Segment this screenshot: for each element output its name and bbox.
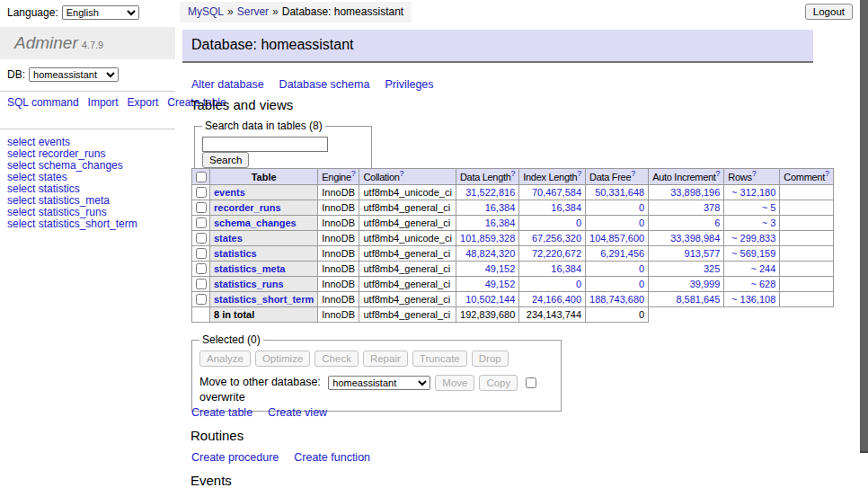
table-name-link[interactable]: statistics_meta xyxy=(214,263,286,274)
data-free-cell: 50,331,648 xyxy=(586,185,649,200)
sidebar-action-link-sql-command[interactable]: SQL command xyxy=(7,96,79,109)
comment-cell xyxy=(780,231,833,246)
bulk-button-optimize[interactable]: Optimize xyxy=(255,350,310,367)
row-checkbox[interactable] xyxy=(196,279,207,289)
nav-link-privileges[interactable]: Privileges xyxy=(385,78,433,91)
data-free-cell: 0 xyxy=(586,200,649,216)
overwrite-checkbox[interactable] xyxy=(526,377,536,388)
row-checkbox[interactable] xyxy=(196,217,207,228)
bulk-button-check[interactable]: Check xyxy=(314,350,359,367)
selected-fieldset: Selected (0) AnalyzeOptimizeCheckRepairT… xyxy=(191,333,562,412)
column-help-link[interactable]: ? xyxy=(752,169,757,178)
routine-link-create-function[interactable]: Create function xyxy=(294,451,370,464)
total-data-length-cell: 192,839,680 xyxy=(456,307,518,323)
table-name-cell: statistics_meta xyxy=(210,262,318,277)
column-label: Collation xyxy=(363,172,399,182)
move-db-select[interactable]: homeassistant xyxy=(328,376,430,390)
table-name-link[interactable]: statistics_short_term xyxy=(214,294,314,305)
section-heading-events: Events xyxy=(190,473,232,488)
table-body: eventsInnoDButf8mb4_unicode_ci31,522,816… xyxy=(192,185,834,307)
column-help: ? xyxy=(351,169,356,178)
bulk-action-buttons: AnalyzeOptimizeCheckRepairTruncateDrop xyxy=(199,350,554,367)
index-length-cell: 16,384 xyxy=(519,262,586,277)
create-links: Create tableCreate view xyxy=(191,406,342,419)
data-length-cell: 49,152 xyxy=(456,262,518,277)
data-free-cell: 0 xyxy=(586,216,649,231)
column-help-link[interactable]: ? xyxy=(716,169,721,178)
table-name-link[interactable]: statistics_runs xyxy=(214,279,284,289)
sidebar-divider xyxy=(0,129,175,129)
row-checkbox[interactable] xyxy=(196,233,207,244)
routine-link-create-procedure[interactable]: Create procedure xyxy=(191,451,279,464)
column-help-link[interactable]: ? xyxy=(400,169,404,178)
sidebar-table-link-select-statistics-short-term[interactable]: select statistics_short_term xyxy=(7,218,137,230)
breadcrumb-links: MySQL»Server» xyxy=(188,5,282,18)
table-row-statistics_short_term: statistics_short_termInnoDButf8mb4_gener… xyxy=(192,292,834,307)
move-button[interactable]: Move xyxy=(435,375,474,391)
bulk-button-repair[interactable]: Repair xyxy=(363,350,408,367)
column-help-link[interactable]: ? xyxy=(825,169,829,178)
table-name-cell: statistics xyxy=(210,246,318,262)
column-help: ? xyxy=(716,169,721,178)
page-title: Database: homeassistant xyxy=(182,30,813,63)
column-help-link[interactable]: ? xyxy=(631,169,635,178)
bulk-button-drop[interactable]: Drop xyxy=(472,350,509,367)
table-row-schema_changes: schema_changesInnoDButf8mb4_general_ci16… xyxy=(192,216,834,231)
table-row-statistics_meta: statistics_metaInnoDButf8mb4_general_ci4… xyxy=(192,262,834,277)
routines-links: Create procedureCreate function xyxy=(191,451,385,464)
nav-link-alter-database[interactable]: Alter database xyxy=(191,78,264,91)
sidebar-action-link-export[interactable]: Export xyxy=(128,96,159,109)
table-name-cell: recorder_runs xyxy=(210,200,318,216)
search-input[interactable] xyxy=(202,137,328,152)
column-help-link[interactable]: ? xyxy=(511,169,516,178)
row-checkbox[interactable] xyxy=(196,187,207,198)
rows-cell: ~ 244 xyxy=(724,262,780,277)
bulk-button-truncate[interactable]: Truncate xyxy=(412,350,467,367)
column-help: ? xyxy=(577,169,581,178)
db-row: DB:homeassistant xyxy=(7,67,119,82)
search-button[interactable]: Search xyxy=(202,152,249,168)
row-checkbox[interactable] xyxy=(196,248,207,259)
column-help-link[interactable]: ? xyxy=(351,169,356,178)
table-name-link[interactable]: states xyxy=(214,233,243,244)
table-name-link[interactable]: schema_changes xyxy=(214,217,297,228)
collation-cell: utf8mb4_unicode_ci xyxy=(359,185,456,200)
db-select[interactable]: homeassistant xyxy=(29,67,119,82)
index-length-cell: 16,384 xyxy=(519,200,586,216)
column-help: ? xyxy=(631,169,635,178)
move-buttons: MoveCopy xyxy=(435,376,522,388)
breadcrumb-link-server[interactable]: Server xyxy=(237,5,269,18)
table-name-link[interactable]: statistics xyxy=(214,248,257,259)
column-label: Auto Increment xyxy=(652,172,715,182)
language-select[interactable]: English xyxy=(62,5,139,20)
create-link-create-view[interactable]: Create view xyxy=(268,406,327,419)
selected-legend: Selected (0) xyxy=(199,333,263,346)
sidebar-action-link-import[interactable]: Import xyxy=(88,96,119,109)
logout-button[interactable]: Logout xyxy=(805,4,853,20)
bulk-button-analyze[interactable]: Analyze xyxy=(199,350,251,367)
table-row-recorder_runs: recorder_runsInnoDButf8mb4_general_ci16,… xyxy=(192,200,834,216)
table-name-link[interactable]: events xyxy=(214,187,245,198)
column-header-engine: Engine? xyxy=(318,169,359,185)
vertical-scrollbar[interactable] xyxy=(860,0,868,453)
row-checkbox[interactable] xyxy=(196,294,207,305)
copy-button[interactable]: Copy xyxy=(479,375,518,391)
table-name-cell: statistics_runs xyxy=(210,277,318,292)
row-checkbox[interactable] xyxy=(196,263,207,274)
breadcrumb-link-mysql[interactable]: MySQL xyxy=(188,5,224,18)
move-label: Move to other database: xyxy=(199,376,321,388)
column-help-link[interactable]: ? xyxy=(577,169,581,178)
column-label: Table xyxy=(252,172,277,182)
column-label: Engine xyxy=(322,172,350,182)
row-checkbox[interactable] xyxy=(196,202,207,213)
table-foot: 8 in totalInnoDButf8mb4_general_ci192,83… xyxy=(192,307,834,323)
column-help: ? xyxy=(400,169,404,178)
collation-cell: utf8mb4_general_ci xyxy=(359,246,456,262)
nav-link-database-schema[interactable]: Database schema xyxy=(279,78,370,91)
select-all-checkbox[interactable] xyxy=(196,172,207,182)
search-legend: Search data in tables (8) xyxy=(202,120,325,132)
sidebar: Language:English Adminer4.7.9 DB:homeass… xyxy=(0,0,175,488)
table-name-link[interactable]: recorder_runs xyxy=(214,202,281,213)
create-link-create-table[interactable]: Create table xyxy=(191,406,252,419)
column-header-index-length: Index Length? xyxy=(519,169,586,185)
